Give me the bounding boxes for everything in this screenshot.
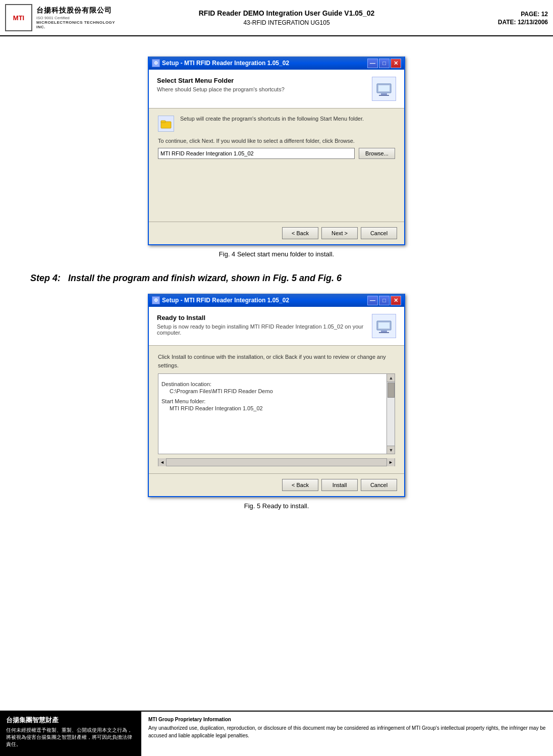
main-content: ⚙ Setup - MTI RFID Reader Integration 1.… [0, 36, 553, 535]
svg-rect-8 [381, 331, 387, 332]
next-button[interactable]: Next > [321, 227, 358, 239]
setup-icon [375, 80, 393, 98]
cancel-button-2[interactable]: Cancel [361, 479, 397, 491]
footer-left-title: 台揚集團智慧財產 [6, 716, 135, 725]
dialog-fig4-header: Select Start Menu Folder Where should Se… [149, 70, 404, 109]
folder-icon [158, 116, 174, 132]
doc-number: 43-RFID INTEGRATION UG105 [243, 19, 329, 26]
minimize-button[interactable]: — [367, 59, 378, 68]
menu-value: MTI RFID Reader Integration 1.05_02 [170, 405, 381, 411]
dialog-icon: ⚙ [152, 59, 160, 67]
scroll-thumb[interactable] [388, 383, 395, 398]
dialog-fig5-header: Ready to Install Setup is now ready to b… [149, 307, 404, 346]
back-button-2[interactable]: < Back [282, 479, 318, 491]
svg-rect-2 [381, 93, 387, 95]
scroll-area[interactable]: Destination location: C:\Program Files\M… [158, 373, 395, 454]
dialog-header-icon [372, 77, 396, 101]
page-header: MTI 台揚科技股份有限公司 ISO 9001 Certified MICROE… [0, 0, 553, 36]
step4-heading: Step 4: Install the program and finish w… [30, 273, 523, 284]
footer-right-text: Any unauthorized use, duplication, repro… [148, 724, 546, 739]
logo-box: MTI [5, 4, 32, 31]
page-number: PAGE: 12 [521, 11, 548, 18]
doc-title: RFID Reader DEMO Integration User Guide … [199, 9, 375, 17]
dialog2-main-title: Ready to Install [157, 314, 367, 321]
logo-mti-text: MTI [13, 14, 24, 22]
maximize-button-2[interactable]: □ [379, 296, 390, 305]
dialog-spacer [158, 164, 395, 214]
footer-right-title: MTI Group Proprietary Information [148, 716, 546, 723]
step4-text: Install the program and finish wizard, s… [68, 273, 342, 283]
ready-text: Click Install to continue with the insta… [158, 353, 395, 369]
dialog-fig4: ⚙ Setup - MTI RFID Reader Integration 1.… [148, 57, 405, 245]
dest-label: Destination location: [161, 381, 381, 387]
install-button[interactable]: Install [321, 479, 358, 491]
figure-4-container: ⚙ Setup - MTI RFID Reader Integration 1.… [30, 57, 523, 258]
inner-row: Setup will create the program's shortcut… [158, 116, 395, 132]
figure-5-container: ⚙ Setup - MTI RFID Reader Integration 1.… [30, 294, 523, 510]
folder-svg [160, 118, 172, 130]
folder-input-row: Browse... [158, 148, 395, 159]
company-name-cn: 台揚科技股份有限公司 [36, 6, 116, 15]
svg-rect-1 [378, 85, 390, 91]
dialog-fig4-inner: Setup will create the program's shortcut… [149, 109, 404, 222]
dialog-fig5-footer: < Back Install Cancel [149, 473, 404, 496]
dialog-fig4-titlebar: ⚙ Setup - MTI RFID Reader Integration 1.… [149, 57, 404, 70]
scrollbar[interactable]: ▲ ▼ [386, 374, 395, 454]
dialog-fig5-inner: Click Install to continue with the insta… [149, 346, 404, 473]
dialog2-header-icon [372, 314, 396, 338]
svg-rect-3 [379, 95, 389, 96]
titlebar-buttons-2[interactable]: — □ ✕ [367, 296, 401, 305]
doc-date: DATE: 12/13/2006 [498, 19, 548, 26]
close-button-2[interactable]: ✕ [391, 296, 401, 305]
cancel-button[interactable]: Cancel [361, 227, 397, 239]
header-right: PAGE: 12 DATE: 12/13/2006 [457, 10, 548, 26]
svg-rect-7 [378, 322, 390, 329]
dialog2-main-subtitle: Setup is now ready to begin installing M… [157, 323, 367, 336]
footer-left: 台揚集團智慧財產 任何未經授權逕予複製、重製、公開或使用本文之行為，將被視為侵害… [0, 712, 141, 756]
dialog-fig5-titlebar: ⚙ Setup - MTI RFID Reader Integration 1.… [149, 294, 404, 307]
maximize-button[interactable]: □ [379, 59, 390, 68]
back-button[interactable]: < Back [282, 227, 318, 239]
browse-button[interactable]: Browse... [359, 148, 395, 159]
svg-rect-9 [379, 332, 389, 333]
menu-label: Start Menu folder: [161, 398, 381, 404]
dialog-icon-2: ⚙ [152, 296, 160, 304]
dialog-main-subtitle: Where should Setup place the program's s… [157, 86, 285, 92]
dialog-fig4-footer: < Back Next > Cancel [149, 222, 404, 244]
fig5-caption: Fig. 5 Ready to install. [244, 502, 309, 510]
titlebar-buttons[interactable]: — □ ✕ [367, 59, 401, 68]
scroll-left-button[interactable]: ◄ [158, 458, 167, 466]
horizontal-scrollbar[interactable]: ◄ ► [158, 458, 395, 466]
header-center: RFID Reader DEMO Integration User Guide … [116, 9, 457, 26]
dialog-title: Setup - MTI RFID Reader Integration 1.05… [162, 60, 289, 67]
dialog-main-title: Select Start Menu Folder [157, 77, 285, 84]
dialog-header-text: Select Start Menu Folder Where should Se… [157, 77, 285, 92]
instruction-text: To continue, click Next. If you would li… [158, 138, 395, 144]
folder-input[interactable] [158, 148, 355, 159]
setup-icon-2 [375, 317, 393, 335]
footer-right: MTI Group Proprietary Information Any un… [141, 712, 553, 756]
titlebar-left: ⚙ Setup - MTI RFID Reader Integration 1.… [152, 59, 289, 67]
dialog2-title: Setup - MTI RFID Reader Integration 1.05… [162, 297, 289, 304]
footer-left-text: 任何未經授權逕予複製、重製、公開或使用本文之行為，將被視為侵害台揚集團之智慧財產… [6, 727, 135, 748]
svg-rect-5 [161, 121, 165, 123]
titlebar-left-2: ⚙ Setup - MTI RFID Reader Integration 1.… [152, 296, 289, 304]
close-button[interactable]: ✕ [391, 59, 401, 68]
scroll-up-button[interactable]: ▲ [387, 374, 395, 382]
page-footer: 台揚集團智慧財產 任何未經授權逕予複製、重製、公開或使用本文之行為，將被視為侵害… [0, 711, 553, 756]
fig4-caption: Fig. 4 Select start menu folder to insta… [219, 250, 334, 258]
inner-text: Setup will create the program's shortcut… [180, 116, 395, 122]
minimize-button-2[interactable]: — [367, 296, 378, 305]
company-name-en: MICROELECTRONICS TECHNOLOGY INC. [36, 20, 116, 29]
iso-label: ISO 9001 Certified [36, 16, 116, 20]
dialog-fig5: ⚙ Setup - MTI RFID Reader Integration 1.… [148, 294, 405, 497]
dest-value: C:\Program Files\MTI RFID Reader Demo [170, 388, 381, 394]
logo-area: MTI 台揚科技股份有限公司 ISO 9001 Certified MICROE… [5, 4, 116, 31]
scroll-content: Destination location: C:\Program Files\M… [161, 381, 392, 411]
dialog2-header-text: Ready to Install Setup is now ready to b… [157, 314, 367, 336]
scroll-right-button[interactable]: ► [386, 458, 395, 466]
logo-text-block: 台揚科技股份有限公司 ISO 9001 Certified MICROELECT… [36, 6, 116, 29]
scroll-down-button[interactable]: ▼ [387, 446, 395, 454]
step4-label: Step 4: [30, 273, 61, 283]
